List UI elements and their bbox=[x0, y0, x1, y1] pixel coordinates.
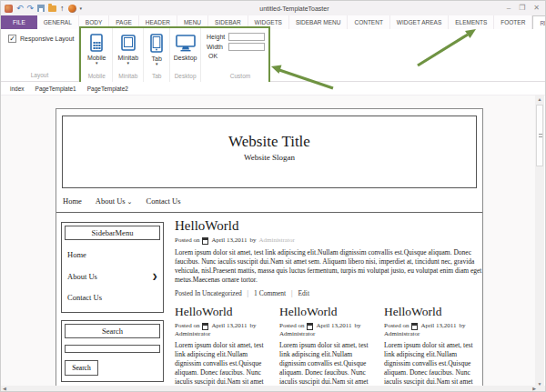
annotation-highlight-box: Mobile ▾ Mobile Minitab ▾ Minitab bbox=[79, 26, 270, 84]
meta-by: by bbox=[249, 236, 256, 245]
mobile-group: Mobile ▾ Mobile bbox=[81, 28, 113, 82]
ok-button[interactable]: OK bbox=[208, 53, 265, 59]
width-input[interactable] bbox=[228, 43, 265, 51]
mobile-icon[interactable] bbox=[89, 34, 104, 52]
scroll-left-icon[interactable]: ◀ bbox=[3, 386, 6, 391]
vertical-scroll-thumb[interactable] bbox=[536, 105, 543, 166]
post-meta: Posted on April 13,2011 by Administrator bbox=[175, 322, 271, 338]
desktop-button[interactable]: Desktop bbox=[174, 55, 197, 61]
column-post[interactable]: HelloWorld Posted on April 13,2011 by Ad… bbox=[384, 305, 480, 387]
meta-posted-on: Posted on bbox=[384, 322, 409, 330]
nav-dropdown-icon: ⌄ bbox=[127, 198, 133, 206]
sidebar-item-home[interactable]: Home bbox=[65, 240, 160, 262]
calendar-icon bbox=[307, 323, 313, 330]
minitab-dropdown-icon[interactable]: ▾ bbox=[127, 61, 130, 65]
post-footer: Posted In Uncategorized | 1 Comment | Ed… bbox=[175, 289, 482, 297]
scroll-right-icon[interactable]: ▶ bbox=[532, 386, 536, 391]
post-meta: Posted on April 13,2011 by Administrator bbox=[384, 322, 480, 338]
design-canvas: Website Title Website Slogan Home About … bbox=[1, 95, 537, 387]
tab-content[interactable]: CONTENT bbox=[348, 15, 389, 29]
comments-link[interactable]: 1 Comment bbox=[254, 289, 286, 297]
tab-icon[interactable] bbox=[149, 34, 164, 53]
search-input[interactable] bbox=[65, 345, 160, 353]
column-post[interactable]: HelloWorld Posted on April 13,2011 by Ad… bbox=[175, 305, 271, 387]
nav-item-contact-us[interactable]: Contact Us bbox=[146, 196, 180, 206]
sidebar-menu-widget[interactable]: SidebarMenu Home About Us ❯ Contact Us bbox=[61, 222, 164, 313]
vertical-scrollbar[interactable]: ▲ ▼ bbox=[535, 95, 544, 387]
search-button[interactable]: Search bbox=[65, 360, 98, 376]
tab-sidebar-menu[interactable]: SIDEBAR MENU bbox=[289, 15, 348, 29]
search-widget[interactable]: Search Search bbox=[61, 320, 164, 382]
post-body: Lorem ipsum dolor sit amet, test link ad… bbox=[384, 341, 480, 387]
tab-elements[interactable]: ELEMENTS bbox=[449, 15, 494, 29]
meta-author-link[interactable]: Administrator bbox=[384, 330, 420, 338]
minimize-button[interactable]: – bbox=[507, 4, 511, 13]
page-tab-index[interactable]: index bbox=[10, 85, 25, 92]
page-tab-pagetemplate1[interactable]: PageTemplate1 bbox=[35, 85, 76, 92]
meta-author-link[interactable]: Administrator bbox=[258, 236, 294, 245]
meta-author-link[interactable]: Administrator bbox=[175, 330, 210, 338]
edit-link[interactable]: Edit bbox=[298, 289, 309, 297]
post-title[interactable]: HelloWorld bbox=[175, 305, 271, 319]
minitab-icon[interactable] bbox=[120, 34, 136, 52]
sidebar-item-label: Home bbox=[67, 250, 86, 259]
save-icon[interactable] bbox=[37, 5, 45, 12]
horizontal-scrollbar[interactable]: ◀ ▶ bbox=[1, 386, 546, 391]
calendar-icon bbox=[202, 237, 208, 245]
height-input[interactable] bbox=[228, 33, 265, 41]
search-widget-title: Search bbox=[65, 324, 160, 338]
post-title[interactable]: HelloWorld bbox=[175, 218, 482, 234]
sidebar-item-label: About Us bbox=[67, 272, 97, 281]
post-body: Lorem ipsum dolor sit amet, test link ad… bbox=[175, 248, 482, 285]
maximize-button[interactable]: ❐ bbox=[519, 4, 525, 13]
tab-file[interactable]: FILE bbox=[1, 15, 37, 29]
calendar-icon bbox=[202, 323, 208, 330]
tab-widget-areas[interactable]: WIDGET AREAS bbox=[390, 15, 449, 29]
desktop-icon[interactable] bbox=[175, 34, 197, 52]
page-tab-pagetemplate2[interactable]: PageTemplate2 bbox=[87, 85, 128, 92]
meta-posted-on: Posted on bbox=[175, 236, 199, 245]
category-link[interactable]: Posted In Uncategorized bbox=[175, 289, 242, 297]
tab-responsive-layout[interactable]: RESPONSIVE LAYOUT bbox=[532, 15, 546, 29]
meta-by: by bbox=[249, 322, 256, 330]
nav-item-home[interactable]: Home bbox=[63, 196, 82, 206]
mobile-dropdown-icon[interactable]: ▾ bbox=[96, 61, 98, 65]
quick-access-toolbar: ↶ ↷ ↑ ▾ bbox=[1, 5, 82, 13]
main-post[interactable]: HelloWorld Posted on April 13,2011 by Ad… bbox=[175, 218, 482, 297]
responsive-layout-checkbox[interactable]: ✓ bbox=[8, 35, 16, 43]
close-button[interactable]: ✕ bbox=[533, 4, 540, 13]
tab-dropdown-icon[interactable]: ▾ bbox=[156, 62, 158, 66]
nav-item-about-us[interactable]: About Us⌄ bbox=[96, 196, 133, 206]
sidebar-item-about-us[interactable]: About Us ❯ bbox=[65, 262, 160, 284]
tab-footer[interactable]: FOOTER bbox=[494, 15, 532, 29]
sidebar-item-contact-us[interactable]: Contact Us bbox=[65, 284, 160, 309]
nav-about-label: About Us bbox=[96, 196, 126, 206]
title-bar: ↶ ↷ ↑ ▾ untitled-TemplateToaster – ❐ ✕ bbox=[1, 1, 546, 15]
meta-date: April 13,2011 bbox=[316, 322, 351, 330]
meta-date: April 13,2011 bbox=[211, 322, 247, 330]
meta-posted-on: Posted on bbox=[279, 322, 304, 330]
post-meta: Posted on April 13,2011 by Administrator bbox=[175, 236, 482, 245]
website-preview[interactable]: Website Title Website Slogan Home About … bbox=[56, 108, 483, 387]
post-title[interactable]: HelloWorld bbox=[384, 305, 480, 319]
post-meta: Posted on April 13,2011 by Administrator bbox=[279, 322, 376, 338]
layout-group-label: Layout bbox=[1, 72, 78, 78]
post-title[interactable]: HelloWorld bbox=[279, 305, 376, 319]
scroll-up-icon[interactable]: ▲ bbox=[538, 95, 542, 103]
desktop-group-label: Desktop bbox=[170, 73, 200, 79]
tab-group: Tab ▾ Tab bbox=[144, 28, 170, 82]
chevron-right-icon: ❯ bbox=[152, 273, 157, 280]
undo-icon[interactable]: ↶ bbox=[16, 5, 24, 13]
minitab-group: Minitab ▾ Minitab bbox=[113, 28, 144, 82]
export-folder-icon[interactable] bbox=[48, 5, 56, 12]
site-header-box[interactable]: Website Title Website Slogan bbox=[62, 116, 477, 188]
preview-sidebar: SidebarMenu Home About Us ❯ Contact Us S… bbox=[61, 222, 164, 387]
redo-icon[interactable]: ↷ bbox=[27, 5, 35, 13]
browser-preview-icon[interactable] bbox=[68, 5, 76, 13]
column-post[interactable]: HelloWorld Posted on April 13,2011 by Ad… bbox=[279, 305, 376, 387]
upload-icon[interactable]: ↑ bbox=[60, 5, 65, 13]
templatetoaster-window: ↶ ↷ ↑ ▾ untitled-TemplateToaster – ❐ ✕ F… bbox=[0, 0, 546, 392]
meta-author-link[interactable]: Administrator bbox=[279, 330, 315, 338]
tab-general[interactable]: GENERAL bbox=[37, 15, 79, 29]
tab-group-label: Tab bbox=[144, 73, 169, 79]
